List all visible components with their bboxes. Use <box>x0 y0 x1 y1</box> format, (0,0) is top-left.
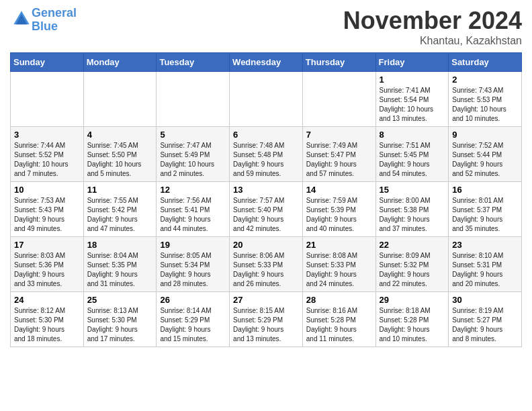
calendar-cell <box>83 72 157 127</box>
logo-text: General Blue <box>32 7 77 34</box>
calendar-week-row: 3Sunrise: 7:44 AM Sunset: 5:52 PM Daylig… <box>11 127 522 182</box>
weekday-header: Sunday <box>11 53 84 72</box>
day-number: 11 <box>87 185 153 195</box>
calendar-cell: 21Sunrise: 8:08 AM Sunset: 5:33 PM Dayli… <box>302 237 375 292</box>
calendar-cell: 13Sunrise: 7:57 AM Sunset: 5:40 PM Dayli… <box>230 182 303 237</box>
calendar-cell: 24Sunrise: 8:12 AM Sunset: 5:30 PM Dayli… <box>11 292 84 347</box>
weekday-header: Monday <box>83 53 157 72</box>
calendar-cell: 15Sunrise: 8:00 AM Sunset: 5:38 PM Dayli… <box>375 182 449 237</box>
day-info: Sunrise: 7:49 AM Sunset: 5:47 PM Dayligh… <box>306 141 372 179</box>
weekday-header-row: SundayMondayTuesdayWednesdayThursdayFrid… <box>11 53 522 72</box>
page-header: General Blue November 2024 Khantau, Kaza… <box>10 7 522 47</box>
month-title: November 2024 <box>343 7 522 35</box>
calendar-cell: 3Sunrise: 7:44 AM Sunset: 5:52 PM Daylig… <box>11 127 84 182</box>
day-number: 25 <box>87 295 153 305</box>
day-info: Sunrise: 7:47 AM Sunset: 5:49 PM Dayligh… <box>160 141 226 179</box>
calendar-cell: 1Sunrise: 7:41 AM Sunset: 5:54 PM Daylig… <box>375 72 449 127</box>
day-info: Sunrise: 8:08 AM Sunset: 5:33 PM Dayligh… <box>306 251 372 289</box>
calendar-week-row: 17Sunrise: 8:03 AM Sunset: 5:36 PM Dayli… <box>11 237 522 292</box>
day-number: 8 <box>380 130 445 140</box>
day-info: Sunrise: 7:53 AM Sunset: 5:43 PM Dayligh… <box>14 196 80 234</box>
calendar-cell: 25Sunrise: 8:13 AM Sunset: 5:30 PM Dayli… <box>83 292 157 347</box>
day-info: Sunrise: 8:19 AM Sunset: 5:27 PM Dayligh… <box>452 306 518 344</box>
weekday-header: Wednesday <box>230 53 303 72</box>
day-number: 3 <box>14 130 80 140</box>
weekday-header: Friday <box>375 53 449 72</box>
day-number: 9 <box>452 130 518 140</box>
day-info: Sunrise: 7:43 AM Sunset: 5:53 PM Dayligh… <box>452 86 518 124</box>
day-number: 27 <box>233 295 299 305</box>
calendar-cell: 29Sunrise: 8:18 AM Sunset: 5:28 PM Dayli… <box>375 292 449 347</box>
day-number: 1 <box>380 75 445 85</box>
weekday-header: Saturday <box>449 53 522 72</box>
day-info: Sunrise: 8:00 AM Sunset: 5:38 PM Dayligh… <box>380 196 445 234</box>
calendar-cell: 12Sunrise: 7:56 AM Sunset: 5:41 PM Dayli… <box>157 182 230 237</box>
day-number: 7 <box>306 130 372 140</box>
day-number: 26 <box>160 295 226 305</box>
day-number: 28 <box>306 295 372 305</box>
day-number: 4 <box>87 130 153 140</box>
calendar-cell: 10Sunrise: 7:53 AM Sunset: 5:43 PM Dayli… <box>11 182 84 237</box>
day-number: 12 <box>160 185 226 195</box>
day-number: 6 <box>233 130 299 140</box>
day-number: 16 <box>452 185 518 195</box>
calendar-cell: 22Sunrise: 8:09 AM Sunset: 5:32 PM Dayli… <box>375 237 449 292</box>
day-info: Sunrise: 8:12 AM Sunset: 5:30 PM Dayligh… <box>14 306 80 344</box>
calendar-cell: 4Sunrise: 7:45 AM Sunset: 5:50 PM Daylig… <box>83 127 157 182</box>
day-info: Sunrise: 7:51 AM Sunset: 5:45 PM Dayligh… <box>380 141 445 179</box>
calendar-cell: 2Sunrise: 7:43 AM Sunset: 5:53 PM Daylig… <box>449 72 522 127</box>
day-number: 15 <box>380 185 445 195</box>
day-info: Sunrise: 7:41 AM Sunset: 5:54 PM Dayligh… <box>380 86 445 124</box>
calendar-cell: 28Sunrise: 8:16 AM Sunset: 5:28 PM Dayli… <box>302 292 375 347</box>
day-number: 23 <box>452 240 518 250</box>
day-number: 29 <box>380 295 445 305</box>
calendar-week-row: 1Sunrise: 7:41 AM Sunset: 5:54 PM Daylig… <box>11 72 522 127</box>
day-info: Sunrise: 8:04 AM Sunset: 5:35 PM Dayligh… <box>87 251 153 289</box>
day-info: Sunrise: 8:18 AM Sunset: 5:28 PM Dayligh… <box>380 306 445 344</box>
day-info: Sunrise: 8:16 AM Sunset: 5:28 PM Dayligh… <box>306 306 372 344</box>
calendar-cell: 14Sunrise: 7:59 AM Sunset: 5:39 PM Dayli… <box>302 182 375 237</box>
calendar-cell: 8Sunrise: 7:51 AM Sunset: 5:45 PM Daylig… <box>375 127 449 182</box>
day-number: 18 <box>87 240 153 250</box>
day-info: Sunrise: 8:15 AM Sunset: 5:29 PM Dayligh… <box>233 306 299 344</box>
day-number: 22 <box>380 240 445 250</box>
logo-icon <box>11 9 32 29</box>
calendar-cell: 6Sunrise: 7:48 AM Sunset: 5:48 PM Daylig… <box>230 127 303 182</box>
day-number: 20 <box>233 240 299 250</box>
day-info: Sunrise: 8:06 AM Sunset: 5:33 PM Dayligh… <box>233 251 299 289</box>
logo: General Blue <box>10 7 77 34</box>
calendar-cell <box>11 72 84 127</box>
calendar-cell: 20Sunrise: 8:06 AM Sunset: 5:33 PM Dayli… <box>230 237 303 292</box>
calendar-cell: 11Sunrise: 7:55 AM Sunset: 5:42 PM Dayli… <box>83 182 157 237</box>
calendar-table: SundayMondayTuesdayWednesdayThursdayFrid… <box>10 52 522 347</box>
calendar-cell: 23Sunrise: 8:10 AM Sunset: 5:31 PM Dayli… <box>449 237 522 292</box>
day-info: Sunrise: 7:57 AM Sunset: 5:40 PM Dayligh… <box>233 196 299 234</box>
day-info: Sunrise: 7:55 AM Sunset: 5:42 PM Dayligh… <box>87 196 153 234</box>
calendar-cell: 19Sunrise: 8:05 AM Sunset: 5:34 PM Dayli… <box>157 237 230 292</box>
calendar-cell: 27Sunrise: 8:15 AM Sunset: 5:29 PM Dayli… <box>230 292 303 347</box>
calendar-cell: 5Sunrise: 7:47 AM Sunset: 5:49 PM Daylig… <box>157 127 230 182</box>
calendar-cell: 7Sunrise: 7:49 AM Sunset: 5:47 PM Daylig… <box>302 127 375 182</box>
day-info: Sunrise: 8:10 AM Sunset: 5:31 PM Dayligh… <box>452 251 518 289</box>
day-number: 24 <box>14 295 80 305</box>
day-info: Sunrise: 7:44 AM Sunset: 5:52 PM Dayligh… <box>14 141 80 179</box>
title-block: November 2024 Khantau, Kazakhstan <box>343 7 522 47</box>
day-info: Sunrise: 7:52 AM Sunset: 5:44 PM Dayligh… <box>452 141 518 179</box>
day-info: Sunrise: 7:59 AM Sunset: 5:39 PM Dayligh… <box>306 196 372 234</box>
calendar-cell: 26Sunrise: 8:14 AM Sunset: 5:29 PM Dayli… <box>157 292 230 347</box>
calendar-cell <box>230 72 303 127</box>
day-info: Sunrise: 8:05 AM Sunset: 5:34 PM Dayligh… <box>160 251 226 289</box>
day-number: 17 <box>14 240 80 250</box>
calendar-cell <box>302 72 375 127</box>
day-number: 19 <box>160 240 226 250</box>
day-info: Sunrise: 8:01 AM Sunset: 5:37 PM Dayligh… <box>452 196 518 234</box>
day-number: 21 <box>306 240 372 250</box>
day-number: 5 <box>160 130 226 140</box>
day-number: 2 <box>452 75 518 85</box>
weekday-header: Tuesday <box>157 53 230 72</box>
calendar-cell <box>157 72 230 127</box>
calendar-cell: 18Sunrise: 8:04 AM Sunset: 5:35 PM Dayli… <box>83 237 157 292</box>
day-number: 14 <box>306 185 372 195</box>
day-info: Sunrise: 7:56 AM Sunset: 5:41 PM Dayligh… <box>160 196 226 234</box>
day-info: Sunrise: 7:45 AM Sunset: 5:50 PM Dayligh… <box>87 141 153 179</box>
